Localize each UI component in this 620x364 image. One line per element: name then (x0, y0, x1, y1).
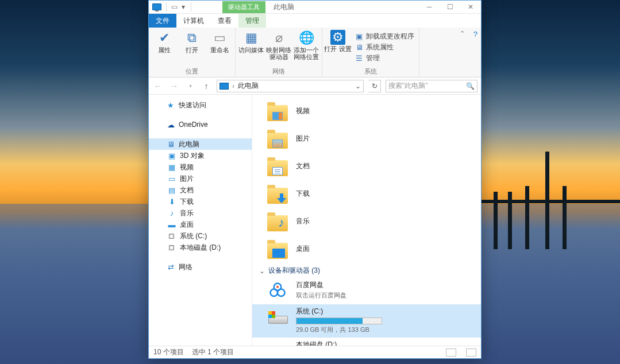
drive-c-icon (267, 307, 288, 327)
status-bar: 10 个项目 选中 1 个项目 (149, 346, 481, 358)
navigation-pane: ★快速访问 ☁OneDrive 🖥此电脑 ▣3D 对象 ▦视频 ▭图片 ▤文档 … (149, 95, 252, 346)
search-input[interactable]: 搜索"此电脑" 🔍 (386, 80, 477, 92)
manage-icon: ☰ (355, 53, 364, 63)
rename-button[interactable]: ▭ 重命名 (207, 30, 232, 53)
address-input[interactable]: › 此电脑 ⌄ (217, 80, 364, 92)
download-icon: ⬇ (167, 197, 176, 206)
picture-icon: ▭ (167, 174, 176, 183)
thispc-icon (219, 83, 229, 90)
window-title: 此电脑 (274, 2, 294, 12)
folder-icon (267, 100, 288, 121)
nav-pictures[interactable]: ▭图片 (149, 173, 252, 184)
refresh-button[interactable]: ↻ (368, 80, 381, 92)
nav-downloads[interactable]: ⬇下载 (149, 196, 252, 207)
minimize-button[interactable]: ─ (419, 1, 440, 13)
cloud-icon: ☁ (166, 120, 175, 129)
recent-dropdown[interactable]: ▾ (184, 80, 196, 92)
qat-doc-icon[interactable]: ▭ (171, 4, 177, 10)
back-button[interactable]: ← (152, 80, 164, 92)
tiles-view-button[interactable] (466, 348, 476, 357)
open-button[interactable]: ⧉ 打开 (180, 30, 204, 53)
pc-icon: 🖥 (166, 140, 175, 149)
qat-customize-dropdown[interactable]: ▾ (180, 4, 186, 10)
nav-videos[interactable]: ▦视频 (149, 161, 252, 173)
ribbon-context-label: 驱动器工具 (222, 1, 265, 13)
folder-icon (267, 128, 288, 149)
add-location-button[interactable]: 🌐 添加一个 网络位置 (294, 30, 318, 60)
tab-file[interactable]: 文件 (149, 14, 176, 28)
tab-view[interactable]: 查看 (211, 14, 238, 28)
details-view-button[interactable] (446, 348, 456, 357)
ribbon-group-system: ⚙ 打开 设置 ▣卸载或更改程序 🖥系统属性 ☰管理 系统 (322, 28, 419, 77)
nav-3d-objects[interactable]: ▣3D 对象 (149, 150, 252, 161)
ribbon-group-network: ▦ 访问媒体 ⌀ 映射网络 驱动器 🌐 添加一个 网络位置 网络 (236, 28, 322, 77)
status-selected-count: 选中 1 个项目 (192, 347, 234, 357)
open-settings-button[interactable]: ⚙ 打开 设置 (326, 30, 350, 63)
close-button[interactable]: ✕ (460, 1, 481, 13)
folder-pictures[interactable]: 图片 (252, 125, 481, 152)
nav-desktop[interactable]: ▬桌面 (149, 219, 252, 230)
folder-documents[interactable]: 文档 (252, 152, 481, 180)
drive-c-icon: ⛋ (167, 231, 176, 241)
forward-button[interactable]: → (168, 80, 180, 92)
section-devices-drives[interactable]: ⌄设备和驱动器 (3) (252, 262, 481, 278)
manage-button[interactable]: ☰管理 (353, 53, 415, 63)
tab-computer[interactable]: 计算机 (176, 14, 211, 28)
drive-baidu[interactable]: 百度网盘 双击运行百度网盘 (252, 278, 481, 304)
checkmark-icon: ✔ (156, 30, 172, 46)
nav-onedrive[interactable]: ☁OneDrive (149, 119, 252, 130)
nav-network[interactable]: ⇄网络 (149, 261, 252, 273)
folder-downloads[interactable]: 下载 (252, 180, 481, 207)
folder-icon (267, 238, 288, 259)
chevron-down-icon: ⌄ (259, 267, 265, 275)
star-icon: ★ (166, 100, 175, 110)
drive-d[interactable]: 本地磁盘 (D:) 74.8 GB 可用，共 99.8 GB (252, 338, 481, 346)
maximize-button[interactable]: ☐ (440, 1, 460, 13)
sysprops-icon: 🖥 (355, 42, 364, 52)
uninstall-button[interactable]: ▣卸载或更改程序 (353, 31, 415, 41)
cube-icon: ▣ (167, 151, 176, 160)
nav-quick-access[interactable]: ★快速访问 (149, 99, 252, 111)
tab-manage[interactable]: 管理 (238, 14, 266, 28)
system-menu-icon[interactable] (152, 3, 161, 10)
folder-videos[interactable]: 视频 (252, 97, 481, 125)
properties-button[interactable]: ✔ 属性 (152, 30, 176, 53)
status-item-count: 10 个项目 (153, 347, 184, 357)
drive-c[interactable]: 系统 (C:) 29.0 GB 可用，共 133 GB (252, 304, 481, 338)
ribbon-tabs: 文件 计算机 查看 管理 (149, 14, 481, 28)
nav-drive-c[interactable]: ⛋系统 (C:) (149, 230, 252, 242)
uninstall-icon: ▣ (355, 32, 364, 41)
media-icon: ▦ (243, 30, 259, 46)
folder-desktop[interactable]: 桌面 (252, 235, 481, 262)
folder-icon (267, 156, 288, 176)
address-dropdown[interactable]: ⌄ (355, 82, 361, 90)
collapse-ribbon-button[interactable]: ⌃ (460, 30, 465, 37)
nav-documents[interactable]: ▤文档 (149, 184, 252, 196)
search-icon: 🔍 (466, 82, 475, 90)
breadcrumb[interactable]: 此电脑 (238, 80, 259, 92)
titlebar[interactable]: ▭ ▾ 驱动器工具 此电脑 ─ ☐ ✕ (149, 1, 481, 14)
nav-music[interactable]: ♪音乐 (149, 207, 252, 219)
ribbon: ✔ 属性 ⧉ 打开 ▭ 重命名 位置 ▦ 访问媒体 (149, 28, 481, 78)
network-icon: ⇄ (166, 262, 175, 272)
folder-icon: ♪ (267, 211, 288, 231)
search-placeholder: 搜索"此电脑" (388, 81, 466, 91)
folder-music[interactable]: ♪音乐 (252, 207, 481, 235)
content-pane[interactable]: 视频 图片 文档 下载 ♪音乐 桌面 ⌄设备和驱动器 (3) 百度网盘 双击运行… (252, 95, 481, 346)
ribbon-group-location: ✔ 属性 ⧉ 打开 ▭ 重命名 位置 (149, 28, 236, 77)
svg-point-3 (276, 286, 279, 288)
map-drive-button[interactable]: ⌀ 映射网络 驱动器 (267, 30, 291, 60)
file-explorer-window: ▭ ▾ 驱动器工具 此电脑 ─ ☐ ✕ 文件 计算机 查看 管理 ✔ 属性 ⧉ … (148, 0, 482, 359)
drive-d-icon: ⛋ (167, 243, 176, 252)
music-icon: ♪ (167, 208, 176, 218)
nav-drive-d[interactable]: ⛋本地磁盘 (D:) (149, 242, 252, 253)
globe-icon: 🌐 (298, 30, 314, 46)
help-button[interactable]: ? (473, 30, 477, 38)
up-button[interactable]: ↑ (201, 80, 212, 92)
address-bar: ← → ▾ ↑ › 此电脑 ⌄ ↻ 搜索"此电脑" 🔍 (149, 78, 481, 95)
drive-c-usage-bar (296, 317, 382, 324)
open-icon: ⧉ (184, 30, 200, 46)
system-properties-button[interactable]: 🖥系统属性 (353, 42, 415, 52)
nav-this-pc[interactable]: 🖥此电脑 (149, 138, 252, 150)
access-media-button[interactable]: ▦ 访问媒体 (239, 30, 263, 60)
